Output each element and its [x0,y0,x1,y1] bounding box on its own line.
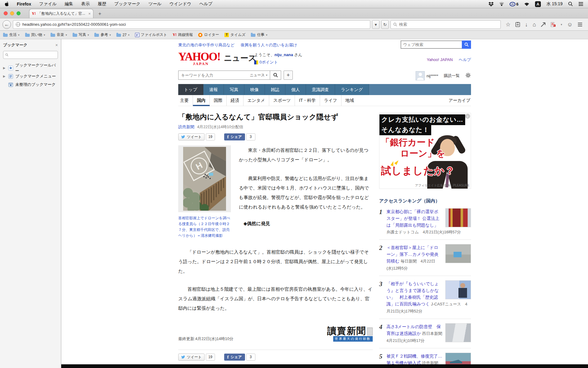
bookmark-reuters[interactable]: ロイター [198,32,219,37]
subnav-chiiki[interactable]: 地域 [341,95,358,106]
back-button[interactable]: ← [2,20,11,29]
browser-search-input[interactable] [399,22,498,27]
ranking-item[interactable]: 3 「相手が『もういいでしょう』と言うまで謝るしかない」 村上春樹氏「歴史認識」… [379,276,471,319]
ad-info-icon[interactable]: i [465,114,470,119]
nav-tab-kojin[interactable]: 個人 [285,84,306,95]
sidebar-search-input[interactable] [10,53,56,57]
user-id[interactable]: nij***** [427,74,438,78]
subnav-keizai[interactable]: 経済 [227,95,243,106]
subnav-kokusai[interactable]: 国際 [210,95,227,106]
promo-link-2[interactable]: 復興を願う人々の思いをお届け [241,42,297,48]
new-tab-button[interactable]: + [95,11,104,17]
menubar-clock[interactable]: 水 15:19 [546,1,563,7]
bookmark-folder-shigoto[interactable]: 仕事▾ [251,32,267,37]
ranking-thumbnail[interactable] [445,323,471,342]
photo-caption[interactable]: 首相官邸屋上でドローンを調べる捜査員ら（２２日午後０時２７分、東京都千代田区で、… [178,215,231,239]
tweet-button[interactable]: ツイート [178,133,205,140]
pdf-extension-dropdown-icon[interactable]: ▾ [561,23,562,26]
user-avatar[interactable] [416,71,425,80]
bookmark-folder-shashin[interactable]: 写真▾ [73,32,89,37]
points-link[interactable]: 0ポイント [259,59,278,65]
menubar-item-bookmarks[interactable]: ブックマーク [114,1,141,7]
menubar-item-history[interactable]: 履歴 [98,1,106,7]
spotlight-icon[interactable] [568,2,573,6]
promo-link-1[interactable]: 東北の海の幸や手作り商品など [178,42,235,48]
bookmark-rosen-joho[interactable]: Y!路線情報 [173,32,193,37]
sidebar-item-bookmarks-toolbar[interactable]: ▶ ブックマークツールバー [3,64,58,72]
facebook-share-button[interactable]: f シェア [224,354,245,361]
article-photo[interactable]: H [178,145,231,212]
creative-cloud-icon[interactable]: 6 [510,2,518,6]
browser-search-field[interactable] [390,20,501,29]
search-scope-dropdown[interactable]: ニュース▾ [250,73,267,78]
ranking-thumbnail[interactable] [445,244,471,263]
subnav-life[interactable]: ライフ [320,95,341,106]
menubar-item-firefox[interactable]: Firefox [17,2,31,6]
menubar-item-edit[interactable]: 編集 [65,1,73,7]
input-source-icon[interactable]: A [535,1,541,7]
share-count[interactable]: 3 [246,133,255,140]
tweet-count[interactable]: 19 [206,354,215,361]
bookmark-folder-seikatsu[interactable]: 生活▾ [3,32,20,37]
pdf-extension-icon[interactable]: P [551,22,556,27]
ranking-thumbnail[interactable] [445,280,471,299]
nav-tab-sokuho[interactable]: 速報 [203,84,224,95]
wifi-icon[interactable] [524,2,530,6]
emoji-extension-icon[interactable]: ☺ [567,22,573,27]
web-search-button[interactable] [462,40,471,49]
disclosure-triangle-icon[interactable]: ▶ [3,66,6,70]
menu-hamburger-icon[interactable] [578,22,582,27]
news-service-logo[interactable]: ニュース [224,53,256,63]
provider-logo[interactable]: 讀賣新聞 世界最大の発行部数 [327,326,373,342]
menubar-item-tools[interactable]: ツール [149,1,162,7]
subnav-sports[interactable]: スポーツ [269,95,295,106]
keyword-search-field[interactable]: ニュース▾ [178,71,270,80]
ranking-item[interactable]: 1 東京都心部に「裸の選挙ポスター」が登場！ 公選法上は「局部露出も問題なし」 … [379,204,471,240]
archive-link[interactable]: アーカイブ [449,98,470,103]
nav-tab-photo[interactable]: 写真 [224,84,244,95]
url-dropdown-button[interactable]: ▾ [372,20,379,29]
menubar-item-help[interactable]: ヘルプ [199,1,213,7]
zoom-window-button[interactable] [17,11,21,15]
yahoo-japan-logo[interactable]: YAHOO! JAPAN [178,52,220,66]
subscription-list-link[interactable]: 購読一覧 [444,73,460,79]
ad-banner[interactable]: クレカ支払いのお金ない… そんなあなた！ i 「銀行カード ローン」を [379,113,471,189]
site-identity-icon[interactable] [16,22,20,27]
facebook-share-button[interactable]: f シェア [224,133,245,140]
notification-center-icon[interactable] [579,2,584,6]
signal-status-icon[interactable] [499,2,504,6]
close-window-button[interactable] [4,11,8,15]
sidebar-search-field[interactable] [3,51,58,59]
pocket-icon[interactable] [515,22,520,27]
share-count[interactable]: 3 [246,354,255,361]
reload-button[interactable]: ↻ [381,20,389,29]
browser-tab[interactable]: Y! 「敷地内に入るなんて」官... × [29,9,93,18]
nav-tab-poll[interactable]: 意識調査 [306,84,335,95]
apple-menu[interactable] [4,1,9,7]
sidebar-item-unsorted-bookmarks[interactable]: 未整理のブックマーク [3,80,58,89]
keyword-search-button[interactable] [270,71,281,80]
disclosure-triangle-icon[interactable]: ▶ [3,75,6,78]
share-icon[interactable] [541,22,546,27]
help-link[interactable]: ヘルプ [459,57,471,62]
bookmark-folder-ongaku[interactable]: 音楽▾ [51,32,67,37]
bookmark-folder-kaimono[interactable]: 買い物▾ [25,32,45,37]
url-input[interactable] [22,22,368,27]
subnav-it-science[interactable]: IT・科学 [295,95,320,106]
bookmark-folder-sankou[interactable]: 参考▾ [94,32,111,37]
tweet-button[interactable]: ツイート [178,354,205,361]
keyword-search-input[interactable] [181,73,250,78]
settings-gear-icon[interactable] [465,72,471,79]
nav-tab-video[interactable]: 映像 [244,84,265,95]
bookmark-times[interactable]: Tタイムズ [224,32,245,37]
nav-tab-top[interactable]: トップ [178,84,203,95]
nav-tab-magazine[interactable]: 雑誌 [265,84,285,95]
web-search-input[interactable] [401,40,462,49]
tweet-count[interactable]: 19 [206,133,215,140]
dropbox-icon[interactable] [488,2,494,6]
yahoo-japan-link[interactable]: Yahoo! JAPAN [427,57,453,62]
menubar-item-view[interactable]: 表示 [81,1,90,7]
subnav-kokunai[interactable]: 国内 [193,95,210,106]
downloads-icon[interactable]: ↓ [525,22,528,27]
menubar-item-file[interactable]: ファイル [39,1,57,7]
